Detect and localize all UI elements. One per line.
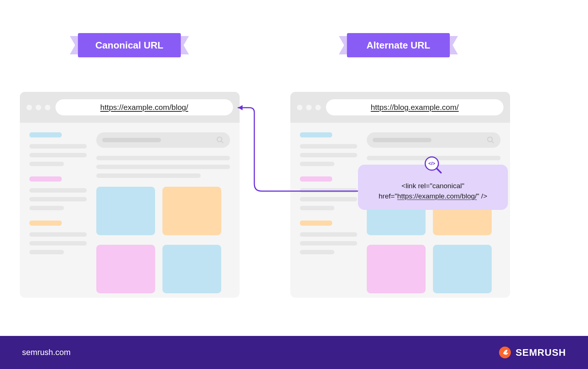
search-icon [216, 136, 224, 144]
mock-line [29, 232, 87, 237]
mock-line [29, 153, 87, 157]
page-content-mock [20, 123, 240, 303]
mock-line [29, 250, 64, 254]
tile [433, 245, 492, 293]
mock-line [300, 153, 357, 157]
canonical-url-bar: https://example.com/blog/ [55, 99, 233, 115]
canonical-ribbon: Canonical URL [78, 33, 181, 57]
mock-line [29, 188, 87, 193]
mock-line [29, 241, 87, 246]
window-controls [297, 105, 321, 110]
mock-line [300, 144, 357, 148]
page-content-mock [290, 123, 510, 303]
svg-point-0 [217, 137, 222, 142]
alternate-ribbon: Alternate URL [347, 33, 450, 57]
tile [367, 245, 426, 293]
tile [96, 245, 155, 293]
search-mock [96, 132, 230, 148]
alternate-url-text: https://blog.example.com/ [371, 103, 459, 112]
svg-line-1 [221, 141, 223, 143]
mock-line [96, 165, 230, 169]
mock-line [300, 188, 357, 193]
footer-bar: semrush.com SEMRUSH [0, 336, 588, 369]
mock-line [300, 250, 334, 254]
sidebar-heading [29, 132, 62, 137]
canonical-ribbon-label: Canonical URL [78, 33, 181, 57]
code-line-2: href="https://example.com/blog/" /> [367, 191, 499, 201]
window-dot [36, 105, 41, 110]
tile [162, 245, 221, 293]
svg-line-3 [492, 141, 494, 143]
svg-point-2 [488, 137, 492, 142]
brand-lockup: SEMRUSH [499, 346, 566, 359]
window-dot [45, 105, 50, 110]
mock-line [96, 173, 201, 178]
semrush-fire-icon [499, 346, 511, 359]
window-dot [315, 105, 321, 110]
sidebar-mock [29, 132, 87, 303]
alternate-url-bar: https://blog.example.com/ [326, 99, 503, 115]
mock-line [300, 162, 334, 166]
window-controls [26, 105, 50, 110]
sidebar-heading [29, 176, 62, 182]
mock-line [29, 162, 64, 166]
sidebar-heading [300, 176, 332, 182]
code-href-prefix: href=" [379, 192, 397, 200]
canonical-code-popover: </> <link rel="canonical" href="https://… [358, 165, 508, 210]
mock-line [300, 197, 357, 201]
browser-chrome: https://blog.example.com/ [290, 92, 510, 123]
mock-line [300, 241, 357, 246]
code-href-suffix: " /> [477, 192, 487, 200]
mock-line [29, 206, 64, 210]
alternate-ribbon-label: Alternate URL [347, 33, 450, 57]
browser-chrome: https://example.com/blog/ [20, 92, 240, 123]
search-mock [367, 132, 501, 148]
window-dot [26, 105, 32, 110]
mock-line [29, 144, 87, 148]
sidebar-heading [300, 132, 332, 137]
mock-line [300, 232, 357, 237]
window-dot [297, 105, 302, 110]
canonical-browser-mock: https://example.com/blog/ [20, 92, 240, 298]
mock-line [300, 206, 334, 210]
search-icon [487, 136, 495, 144]
search-placeholder-mock [102, 138, 161, 142]
brand-name: SEMRUSH [516, 347, 566, 358]
footer-domain: semrush.com [22, 348, 71, 357]
mock-line [96, 156, 230, 160]
sidebar-heading [29, 221, 62, 226]
inspect-code-icon: </> [423, 155, 442, 174]
diagram-stage: Canonical URL Alternate URL https://exam… [0, 0, 588, 369]
svg-line-5 [437, 168, 441, 173]
main-mock [96, 132, 230, 303]
mock-line [29, 197, 87, 201]
sidebar-mock [300, 132, 357, 303]
search-placeholder-mock [373, 138, 431, 142]
svg-text:</>: </> [429, 161, 435, 166]
window-dot [306, 105, 312, 110]
tile [96, 187, 155, 235]
canonical-url-text: https://example.com/blog/ [100, 103, 188, 112]
tile [162, 187, 221, 235]
code-href-url: https://example.com/blog/ [397, 192, 477, 200]
sidebar-heading [300, 221, 332, 226]
code-line-1: <link rel="canonical" [367, 181, 499, 191]
